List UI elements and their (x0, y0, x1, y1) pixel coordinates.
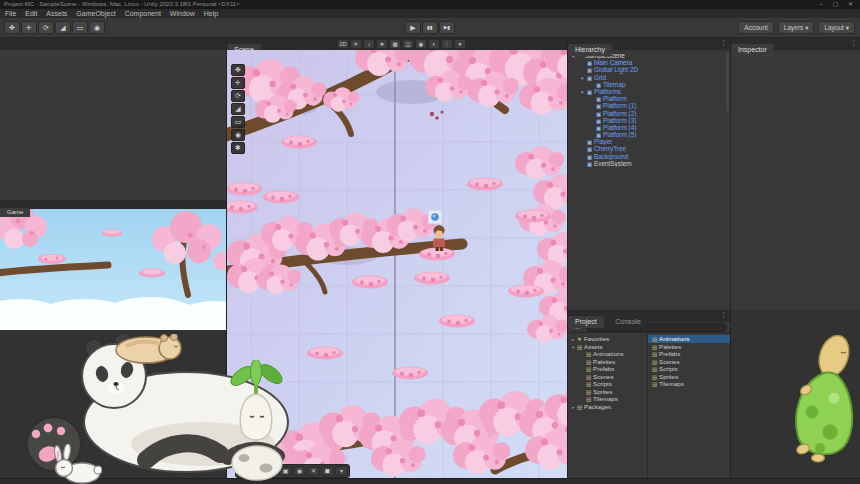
menu-item[interactable]: Edit (25, 9, 37, 18)
audio-toggle-button[interactable]: ♪ (363, 39, 375, 49)
close-button[interactable]: ✕ (848, 1, 857, 7)
menu-item[interactable]: GameObject (76, 9, 115, 18)
folder-icon: ▤ (586, 351, 593, 358)
layout-dropdown[interactable]: Layout ▾ (818, 21, 855, 34)
folder-item[interactable]: ▤Tilemaps (568, 395, 647, 403)
hierarchy-item[interactable]: ▣Platform (1) (568, 102, 730, 109)
hierarchy-item[interactable]: ▣CherryTree (568, 145, 730, 152)
rect-tool-button[interactable]: ▭ (231, 116, 245, 128)
hierarchy-menu-icon[interactable]: ⋮ (720, 39, 727, 47)
rotate-tool[interactable]: ⟳ (38, 21, 54, 34)
file-item[interactable]: ▤Tilemaps (648, 380, 730, 388)
file-item[interactable]: ▤Prefabs (648, 350, 730, 358)
file-item[interactable]: ▤Sprites (648, 373, 730, 381)
folder-item[interactable]: ▤Palettes (568, 358, 647, 366)
folder-item[interactable]: ▸▤Packages (568, 403, 647, 411)
account-dropdown[interactable]: Account (738, 21, 774, 34)
menubar: FileEditAssetsGameObjectComponentWindowH… (0, 9, 860, 18)
hierarchy-item[interactable]: ▣Platform (5) (568, 131, 730, 138)
transform-tool-group: ✥✛⟳◢▭◉ (4, 21, 105, 34)
grid-toggle-button[interactable]: ▦ (389, 39, 401, 49)
rotate-tool-button[interactable]: ⟳ (231, 90, 245, 102)
tile-fill-button[interactable]: ◼ (321, 466, 334, 476)
project-folder-tree: ▸★Favorites ▾▤Assets ▤Animations ▤Palett… (568, 333, 648, 483)
hierarchy-item[interactable]: ▣EventSystem (568, 160, 730, 167)
layers-dropdown[interactable]: Layers ▾ (778, 21, 815, 34)
file-item[interactable]: ▤Animations (648, 335, 730, 343)
folder-item[interactable]: ▤Prefabs (568, 365, 647, 373)
tab-hierarchy[interactable]: Hierarchy (568, 44, 612, 56)
folder-item[interactable]: ▾▤Assets (568, 343, 647, 351)
folder-item[interactable]: ▸★Favorites (568, 335, 647, 343)
hierarchy-item[interactable]: ▣Platform (3) (568, 117, 730, 124)
project-menu-icon[interactable]: ⋮ (720, 311, 727, 319)
menu-item[interactable]: Window (170, 9, 195, 18)
shading-button[interactable]: ◐ (428, 39, 440, 49)
minimize-button[interactable]: – (820, 1, 827, 7)
folder-icon: ▤ (652, 381, 659, 388)
hierarchy-item[interactable]: ▾▣Grid (568, 74, 730, 81)
menu-item[interactable]: Assets (46, 9, 67, 18)
play-button[interactable]: ▶ (405, 21, 421, 34)
overlay-menu-button[interactable]: ⋮ (441, 39, 453, 49)
hierarchy-item[interactable]: ▣Background (568, 153, 730, 160)
rect-tool[interactable]: ▭ (72, 21, 88, 34)
bunny-art (50, 444, 102, 484)
folder-item[interactable]: ▤Animations (568, 350, 647, 358)
hierarchy-item[interactable]: ▣Platform (4) (568, 124, 730, 131)
overlay-dropdown-button[interactable]: ▾ (454, 39, 466, 49)
menu-item[interactable]: Component (125, 9, 161, 18)
tile-eraser-button[interactable]: ✕ (307, 466, 320, 476)
gizmos-button[interactable]: ◉ (415, 39, 427, 49)
transform-tool[interactable]: ◉ (89, 21, 105, 34)
folder-icon: ▤ (586, 381, 593, 388)
camera-toggle-button[interactable]: ◫ (402, 39, 414, 49)
player-selection-icon[interactable] (428, 210, 442, 224)
titlebar: Project-MC - SampleScene - Windows, Mac,… (0, 0, 860, 9)
view-tool[interactable]: ✥ (4, 21, 20, 34)
tab-inspector[interactable]: Inspector (731, 44, 774, 56)
gameobject-icon: ▣ (596, 111, 603, 117)
tile-more-button[interactable]: ▾ (335, 466, 348, 476)
hierarchy-item[interactable]: ▣Main Camera (568, 59, 730, 66)
lighting-toggle-button[interactable]: ☀ (350, 39, 362, 49)
hierarchy-scrollbar[interactable] (726, 52, 729, 112)
folder-item[interactable]: ▤Scenes (568, 373, 647, 381)
folder-item[interactable]: ▤Scripts (568, 380, 647, 388)
tab-game[interactable]: Game (0, 208, 30, 217)
game-view-content[interactable] (0, 209, 226, 330)
effects-toggle-button[interactable]: ★ (376, 39, 388, 49)
view-tool-button[interactable]: ✥ (231, 64, 245, 76)
move-tool[interactable]: ✛ (21, 21, 37, 34)
scale-tool-button[interactable]: ◢ (231, 103, 245, 115)
hierarchy-item[interactable]: ▣Tilemap (568, 81, 730, 88)
tab-project[interactable]: Project (568, 316, 604, 328)
hierarchy-item[interactable]: ▾▣Platforms (568, 88, 730, 95)
hierarchy-item[interactable]: ▣Platform (2) (568, 110, 730, 117)
folder-item[interactable]: ▤Sprites (568, 388, 647, 396)
tile-picker-button[interactable]: ◉ (293, 466, 306, 476)
folder-icon: ▤ (652, 336, 659, 343)
scale-tool[interactable]: ◢ (55, 21, 71, 34)
inspector-menu-icon[interactable]: ⋮ (850, 39, 857, 47)
hierarchy-item[interactable]: ▣Player (568, 138, 730, 145)
menu-item[interactable]: Help (204, 9, 218, 18)
gameobject-icon: ▣ (587, 154, 594, 160)
transform-tool-button[interactable]: ◉ (231, 129, 245, 141)
hierarchy-panel: Hierarchy ⋮ ▾SampleScene ▣Main Camera ▣G… (567, 38, 730, 310)
pause-button[interactable]: ▮▮ (422, 21, 438, 34)
project-panel: Project Console ⋮ + ▸★Favorites ▾▤Assets… (567, 310, 730, 484)
2d-toggle-button[interactable]: 2D (337, 39, 349, 49)
menu-item[interactable]: File (5, 9, 16, 18)
custom-tool-button[interactable]: ✱ (231, 142, 245, 154)
file-item[interactable]: ▤Palettes (648, 343, 730, 351)
hierarchy-item[interactable]: ▣Global Light 2D (568, 66, 730, 73)
file-item[interactable]: ▤Scripts (648, 365, 730, 373)
maximize-button[interactable]: ▢ (833, 1, 843, 7)
step-button[interactable]: ▶▮ (439, 21, 455, 34)
file-item[interactable]: ▤Scenes (648, 358, 730, 366)
move-tool-button[interactable]: ✛ (231, 77, 245, 89)
hierarchy-item[interactable]: ▣Platform (568, 95, 730, 102)
tab-console[interactable]: Console (608, 316, 648, 328)
toolbar-right-group: Account Layers ▾ Layout ▾ (738, 21, 855, 34)
